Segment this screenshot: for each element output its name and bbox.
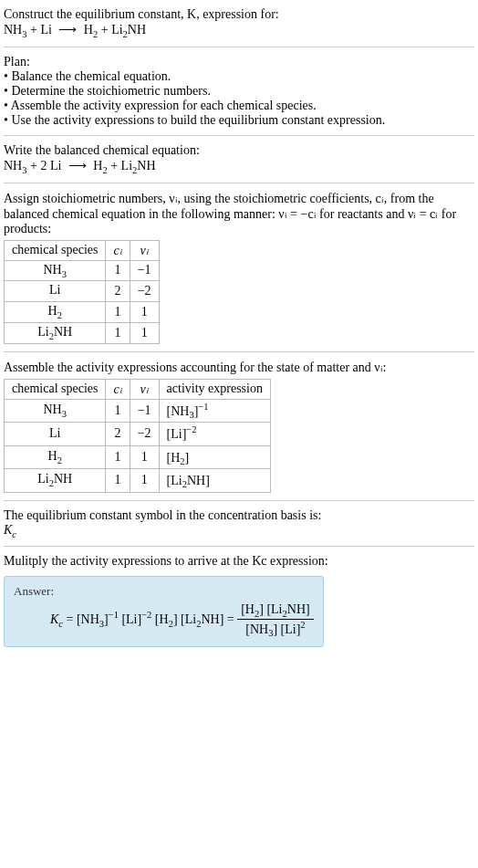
stoich-section: Assign stoichiometric numbers, νᵢ, using… [4,187,474,348]
answer-box: Answer: Kc = [NH3]−1 [Li]−2 [H2] [Li2NH]… [4,576,324,646]
vi-cell: 1 [130,302,159,323]
product-li2nh: Li2NH [111,23,146,37]
activity-cell: [H2] [159,445,270,468]
species-cell: Li2NH [5,322,106,343]
table-header-row: chemical species cᵢ νᵢ [5,240,160,260]
activity-section: Assemble the activity expressions accoun… [4,356,474,497]
plus: + [101,23,111,37]
ci-cell: 1 [106,322,130,343]
divider [4,183,474,183]
plan-bullet: • Use the activity expressions to build … [4,113,474,128]
divider [4,500,474,501]
balanced-equation: NH3 + 2 Li ⟶ H2 + Li2NH [4,158,474,175]
equals: = [67,612,77,626]
divider [4,351,474,352]
term-h2: [H2] [155,612,178,626]
table-row: Li2NH 1 1 [5,322,160,343]
plus-2li: + 2 Li [30,159,65,173]
symbol-text: The equilibrium constant symbol in the c… [4,508,474,523]
activity-cell: [NH3]−1 [159,399,270,422]
species-cell: Li [5,281,106,302]
numerator: [H2] [Li2NH] [237,602,313,620]
vi-cell: 1 [130,445,159,468]
plus: + [30,23,40,37]
multiply-section: Mulitply the activity expressions to arr… [4,550,474,572]
multiply-text: Mulitply the activity expressions to arr… [4,554,474,569]
table-header-row: chemical species cᵢ νᵢ activity expressi… [5,379,271,399]
table-row: H2 1 1 [H2] [5,445,271,468]
ci-cell: 2 [106,281,130,302]
activity-cell: [Li]−2 [159,423,270,445]
col-vi: νᵢ [130,379,159,399]
product-h2: H2 [93,159,107,173]
col-vi: νᵢ [130,240,159,260]
reactant-nh3: NH3 [4,159,26,173]
plus: + [110,159,120,173]
divider [4,546,474,547]
plan-bullet: • Balance the chemical equation. [4,69,474,84]
ci-cell: 1 [106,445,130,468]
table-row: H2 1 1 [5,302,160,323]
activity-cell: [Li2NH] [159,469,270,492]
prompt-section: Construct the equilibrium constant, K, e… [4,4,474,43]
ci-cell: 1 [106,260,130,281]
stoich-intro: Assign stoichiometric numbers, νᵢ, using… [4,191,474,236]
ci-cell: 1 [106,399,130,422]
col-ci: cᵢ [106,240,130,260]
vi-cell: −2 [130,423,159,445]
table-row: Li 2 −2 [5,281,160,302]
term-li: [Li]−2 [121,612,151,626]
species-cell: H2 [5,445,106,468]
col-species: chemical species [5,240,106,260]
answer-label: Answer: [14,584,314,599]
plan-bullet: • Determine the stoichiometric numbers. [4,84,474,99]
plan-section: Plan: • Balance the chemical equation. •… [4,51,474,131]
prompt-line: Construct the equilibrium constant, K, e… [4,7,474,22]
plan-heading: Plan: [4,55,474,69]
reactant-li: Li [40,23,51,37]
species-cell: H2 [5,302,106,323]
species-cell: NH3 [5,399,106,422]
vi-cell: −1 [130,260,159,281]
term-nh3: [NH3]−1 [77,612,119,626]
plan-bullet: • Assemble the activity expression for e… [4,99,474,113]
product-h2: H2 [84,23,98,37]
vi-cell: −2 [130,281,159,302]
table-row: Li2NH 1 1 [Li2NH] [5,469,271,492]
species-cell: Li2NH [5,469,106,492]
divider [4,47,474,47]
vi-cell: −1 [130,399,159,422]
answer-equation: Kc = [NH3]−1 [Li]−2 [H2] [Li2NH] = [H2] … [14,602,314,638]
col-ci: cᵢ [106,379,130,399]
prompt-text: Construct the equilibrium constant, K, e… [4,7,279,21]
table-row: NH3 1 −1 [5,260,160,281]
stoich-table: chemical species cᵢ νᵢ NH3 1 −1 Li 2 −2 … [4,240,160,344]
kc-symbol: Kc [4,523,474,539]
prompt-equation: NH3 + Li ⟶ H2 + Li2NH [4,22,474,39]
ci-cell: 1 [106,469,130,492]
ci-cell: 2 [106,423,130,445]
vi-cell: 1 [130,322,159,343]
term-li2nh: [Li2NH] [181,612,223,626]
divider [4,135,474,136]
balanced-heading: Write the balanced chemical equation: [4,143,474,158]
fraction: [H2] [Li2NH] [NH3] [Li]2 [237,602,313,638]
kc-lhs: Kc [50,612,63,626]
col-species: chemical species [5,379,106,399]
symbol-section: The equilibrium constant symbol in the c… [4,505,474,543]
col-activity: activity expression [159,379,270,399]
species-cell: Li [5,423,106,445]
balanced-section: Write the balanced chemical equation: NH… [4,140,474,179]
equals: = [227,612,237,626]
product-li2nh: Li2NH [121,159,156,173]
activity-table: chemical species cᵢ νᵢ activity expressi… [4,379,271,493]
arrow-icon: ⟶ [65,158,90,173]
table-row: NH3 1 −1 [NH3]−1 [5,399,271,422]
ci-cell: 1 [106,302,130,323]
activity-intro: Assemble the activity expressions accoun… [4,360,474,375]
denominator: [NH3] [Li]2 [237,620,313,638]
arrow-icon: ⟶ [55,22,80,37]
vi-cell: 1 [130,469,159,492]
table-row: Li 2 −2 [Li]−2 [5,423,271,445]
species-cell: NH3 [5,260,106,281]
